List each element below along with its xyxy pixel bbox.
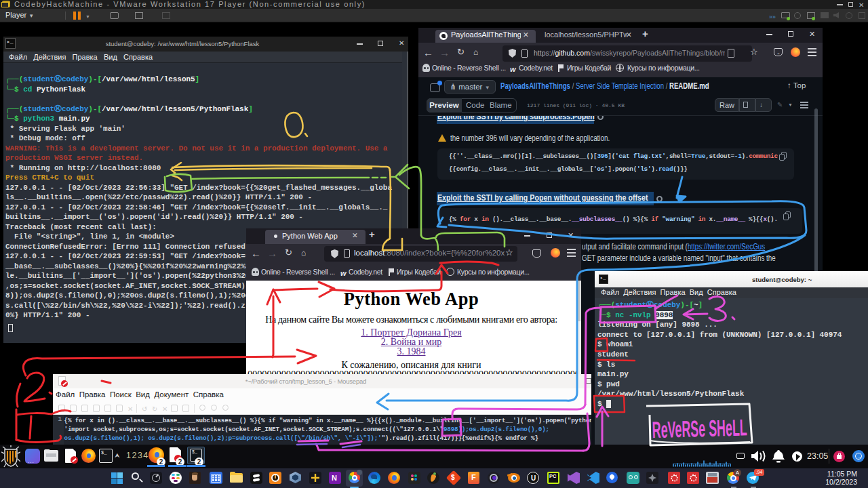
svg-text:ReVeRSe SHeLL: ReVeRSe SHeLL	[652, 414, 747, 443]
